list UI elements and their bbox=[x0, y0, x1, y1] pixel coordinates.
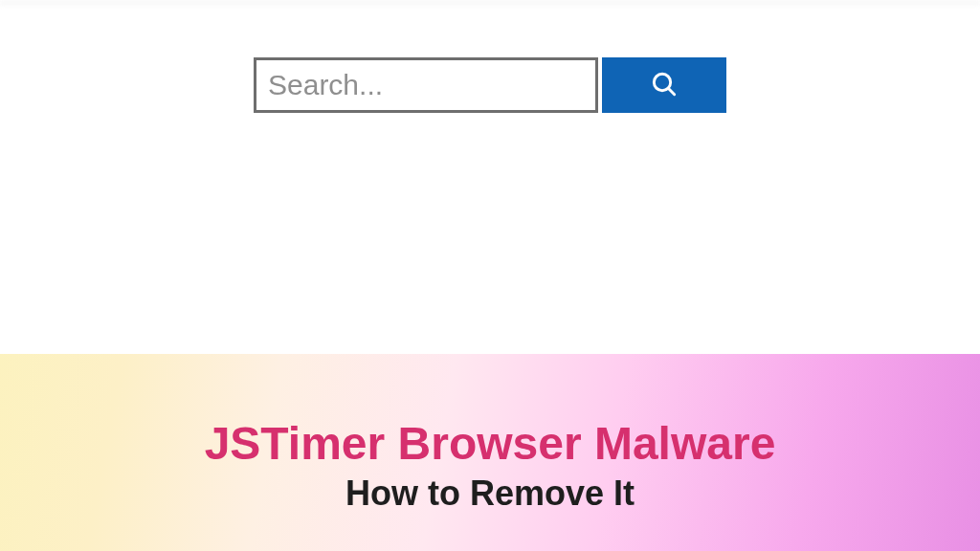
page-title: JSTimer Browser Malware bbox=[205, 420, 776, 468]
browser-chrome-hint bbox=[0, 0, 980, 6]
search-bar bbox=[254, 57, 726, 113]
svg-line-1 bbox=[668, 88, 674, 94]
search-input[interactable] bbox=[254, 57, 598, 113]
page-subtitle: How to Remove It bbox=[345, 474, 635, 514]
title-banner: JSTimer Browser Malware How to Remove It bbox=[0, 354, 980, 551]
page-root: JSTimer Browser Malware How to Remove It bbox=[0, 0, 980, 551]
search-button[interactable] bbox=[602, 57, 726, 113]
search-icon bbox=[649, 69, 679, 102]
